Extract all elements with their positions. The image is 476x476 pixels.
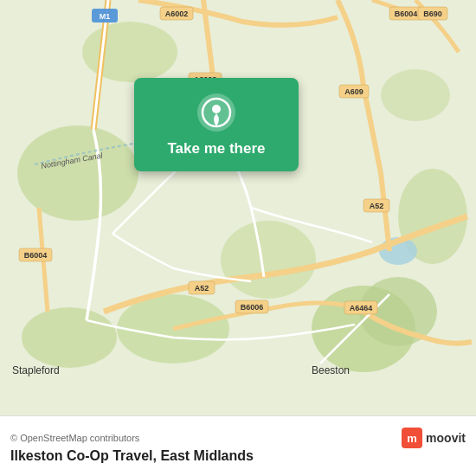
- location-pin-icon: [197, 93, 235, 132]
- svg-text:A52: A52: [370, 202, 384, 210]
- svg-point-4: [221, 221, 316, 299]
- bottom-bar: © OpenStreetMap contributors m moovit Il…: [0, 415, 476, 476]
- map-container: M1 A6002 A6002 A609 B6004 B690 A52 A52 B…: [0, 0, 476, 415]
- svg-text:B6004: B6004: [24, 251, 48, 260]
- svg-text:A52: A52: [195, 284, 209, 293]
- location-title: Ilkeston Co-Op Travel, East Midlands: [10, 448, 466, 464]
- svg-text:m: m: [407, 432, 417, 445]
- svg-text:Beeston: Beeston: [312, 364, 350, 376]
- copyright-text: © OpenStreetMap contributors: [10, 433, 139, 443]
- svg-point-8: [82, 22, 177, 82]
- moovit-text-label: moovit: [426, 431, 466, 445]
- svg-text:A6464: A6464: [350, 304, 373, 312]
- svg-text:A6002: A6002: [165, 10, 189, 18]
- svg-point-9: [381, 69, 450, 121]
- svg-text:B6004: B6004: [395, 10, 418, 18]
- svg-point-40: [212, 105, 221, 113]
- svg-point-6: [22, 307, 117, 368]
- svg-text:B690: B690: [423, 10, 442, 18]
- svg-text:M1: M1: [100, 12, 111, 21]
- svg-text:A609: A609: [344, 87, 363, 96]
- take-me-there-label: Take me there: [167, 140, 265, 158]
- moovit-logo-icon: m: [402, 428, 422, 448]
- take-me-there-card[interactable]: Take me there: [134, 78, 299, 171]
- moovit-logo: m moovit: [402, 428, 466, 448]
- svg-point-1: [17, 125, 138, 221]
- svg-text:B6006: B6006: [241, 303, 264, 312]
- svg-text:Stapleford: Stapleford: [12, 364, 60, 376]
